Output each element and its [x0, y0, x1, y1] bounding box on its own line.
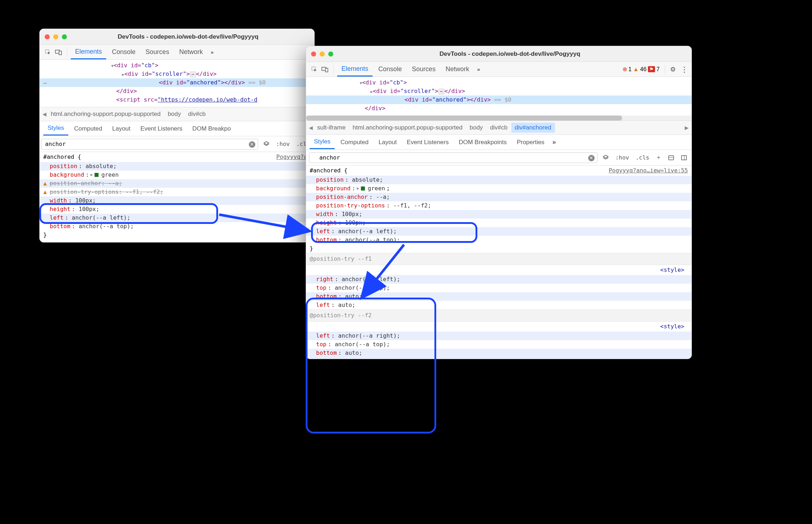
subtab-dom-breakpoints[interactable]: DOM Breakpoints — [454, 136, 511, 149]
inspect-icon[interactable] — [310, 65, 319, 74]
traffic-lights[interactable] — [45, 34, 67, 39]
css-declaration[interactable]: position: absolute; — [306, 176, 692, 184]
crumb-html[interactable]: html.anchoring-support.popup-supported — [349, 123, 466, 133]
subtab-dom-breakpoints[interactable]: DOM Breakpo — [188, 122, 235, 135]
info-icon[interactable]: ⚑ — [648, 66, 655, 72]
dom-node-selected[interactable]: <div id="anchored"></div> == $0 — [306, 96, 692, 104]
panel-toggle-icon[interactable] — [679, 153, 689, 162]
kebab-menu-icon[interactable]: ⋮ — [681, 65, 688, 74]
dom-node[interactable]: ▼<div id="cb"> — [61, 61, 314, 70]
css-declaration[interactable]: height: 100px; — [306, 219, 692, 227]
close-icon[interactable] — [45, 34, 50, 39]
layers-icon[interactable] — [601, 153, 610, 162]
tab-console[interactable]: Console — [108, 45, 140, 59]
css-declaration[interactable]: right: anchor(--a left); — [306, 275, 692, 284]
tab-elements[interactable]: Elements — [337, 62, 373, 77]
css-declaration[interactable]: position: absolute; — [40, 162, 314, 171]
minimize-icon[interactable] — [53, 34, 58, 39]
hov-toggle[interactable]: :hov — [614, 153, 631, 162]
tab-console[interactable]: Console — [374, 63, 406, 76]
dom-node-selected[interactable]: <div id="anchored"></div> == $0 — [40, 78, 314, 87]
css-declaration[interactable]: background: ▶ green — [40, 171, 314, 179]
css-declaration[interactable]: top: anchor(--a top); — [306, 340, 692, 349]
subtab-styles[interactable]: Styles — [310, 135, 335, 149]
source-link[interactable]: <style> — [660, 322, 688, 331]
css-declaration[interactable]: left: anchor(--a left); — [306, 227, 692, 236]
dom-node[interactable]: ▼<div id="cb"> — [328, 78, 692, 87]
css-declaration[interactable]: width: 100px; — [40, 196, 314, 205]
css-declaration[interactable]: left: auto; — [306, 301, 692, 309]
crumb-html[interactable]: html.anchoring-support.popup-supported — [47, 109, 164, 119]
crumb-body[interactable]: body — [466, 123, 487, 133]
css-declaration-invalid[interactable]: ▲position-try-options: --f1, --f2; — [40, 188, 314, 196]
device-toggle-icon[interactable] — [54, 48, 63, 57]
styles-pane[interactable]: #anchored {Pogyyyq?ano…iew=live:55 posit… — [306, 166, 692, 359]
subtab-layout[interactable]: Layout — [374, 136, 401, 149]
computed-toggle-icon[interactable] — [666, 153, 676, 162]
minimize-icon[interactable] — [320, 52, 325, 57]
tab-network[interactable]: Network — [175, 45, 207, 59]
color-swatch-icon[interactable] — [361, 186, 365, 191]
titlebar[interactable]: DevTools - codepen.io/web-dot-dev/live/P… — [306, 46, 692, 62]
crumb-body[interactable]: body — [164, 109, 184, 119]
css-declaration[interactable]: bottom: auto; — [306, 292, 692, 301]
tab-sources[interactable]: Sources — [408, 63, 440, 76]
rule-selector[interactable]: #anchored { — [43, 153, 81, 161]
css-declaration[interactable]: width: 100px; — [306, 210, 692, 219]
position-try-rule-header[interactable]: @position-try --f1 — [306, 253, 692, 265]
position-try-rule-header[interactable]: @position-try --f2 — [306, 309, 692, 322]
issue-counters[interactable]: ⊗1 ▲46 ⚑7 — [622, 66, 660, 73]
maximize-icon[interactable] — [328, 52, 333, 57]
new-rule-icon[interactable]: ＋ — [654, 153, 663, 162]
styles-pane[interactable]: #anchored {Pogyyyq?an position: absolute… — [40, 152, 314, 242]
tabs-overflow-icon[interactable]: » — [475, 66, 482, 72]
source-link[interactable]: <style> — [660, 266, 688, 274]
dom-node[interactable]: </div> — [61, 87, 314, 96]
crumb-iframe[interactable]: sult-iframe — [314, 123, 349, 133]
css-declaration[interactable]: left: anchor(--a left); — [40, 214, 314, 222]
rule-selector[interactable]: #anchored { — [310, 166, 348, 175]
subtab-layout[interactable]: Layout — [108, 122, 135, 135]
css-declaration[interactable]: height: 100px; — [40, 205, 314, 214]
close-icon[interactable] — [311, 52, 316, 57]
subtab-event-listeners[interactable]: Event Listeners — [136, 122, 187, 135]
cls-toggle[interactable]: .cls — [634, 153, 651, 162]
css-declaration[interactable]: bottom: anchor(--a top); — [40, 222, 314, 231]
styles-filter-input[interactable] — [309, 152, 597, 163]
crumb-cb[interactable]: div#cb — [486, 123, 511, 133]
clear-filter-icon[interactable]: ✕ — [588, 155, 595, 161]
clear-filter-icon[interactable]: ✕ — [249, 141, 255, 148]
device-toggle-icon[interactable] — [320, 65, 330, 74]
source-link[interactable]: Pogyyyq?ano…iew=live:55 — [609, 166, 688, 175]
subtab-properties[interactable]: Properties — [512, 136, 548, 149]
chevron-right-icon[interactable]: ▶ — [684, 125, 689, 131]
error-icon[interactable]: ⊗ — [622, 66, 627, 73]
css-declaration[interactable]: left: anchor(--a right); — [306, 332, 692, 340]
tab-network[interactable]: Network — [441, 63, 473, 76]
css-declaration[interactable]: position-anchor: --a; — [306, 193, 692, 201]
dom-node[interactable]: ▶<div id="scroller">⋯</div> — [328, 87, 692, 96]
css-declaration[interactable]: bottom: anchor(--a top); — [306, 236, 692, 244]
crumb-anchored[interactable]: div#anchored — [511, 123, 555, 133]
css-declaration[interactable]: position-try-options: --f1, --f2; — [306, 201, 692, 210]
color-swatch-icon[interactable] — [94, 173, 99, 177]
horizontal-scrollbar[interactable] — [306, 116, 692, 121]
tabs-overflow-icon[interactable]: » — [208, 49, 216, 55]
settings-gear-icon[interactable]: ⚙ — [670, 65, 676, 73]
subtab-computed[interactable]: Computed — [70, 122, 106, 135]
maximize-icon[interactable] — [62, 34, 67, 39]
subtab-computed[interactable]: Computed — [336, 136, 373, 149]
chevron-left-icon[interactable]: ◀ — [308, 125, 314, 131]
hov-toggle[interactable]: :hov — [275, 140, 291, 148]
dom-node[interactable]: </div> — [328, 104, 692, 113]
css-declaration[interactable]: top: anchor(--a top); — [306, 284, 692, 292]
tab-elements[interactable]: Elements — [71, 45, 106, 59]
subtab-styles[interactable]: Styles — [43, 122, 68, 136]
dom-node[interactable]: <script src="https://codepen.io/web-dot-… — [61, 96, 314, 104]
subtabs-overflow-icon[interactable]: » — [550, 138, 558, 146]
css-declaration-invalid[interactable]: ▲position-anchor: --a; — [40, 179, 314, 188]
tab-sources[interactable]: Sources — [141, 45, 173, 59]
chevron-left-icon[interactable]: ◀ — [42, 111, 47, 117]
inspect-icon[interactable] — [43, 48, 53, 57]
elements-dom-tree[interactable]: ▼<div id="cb"> ▶<div id="scroller">⋯</di… — [306, 77, 692, 116]
